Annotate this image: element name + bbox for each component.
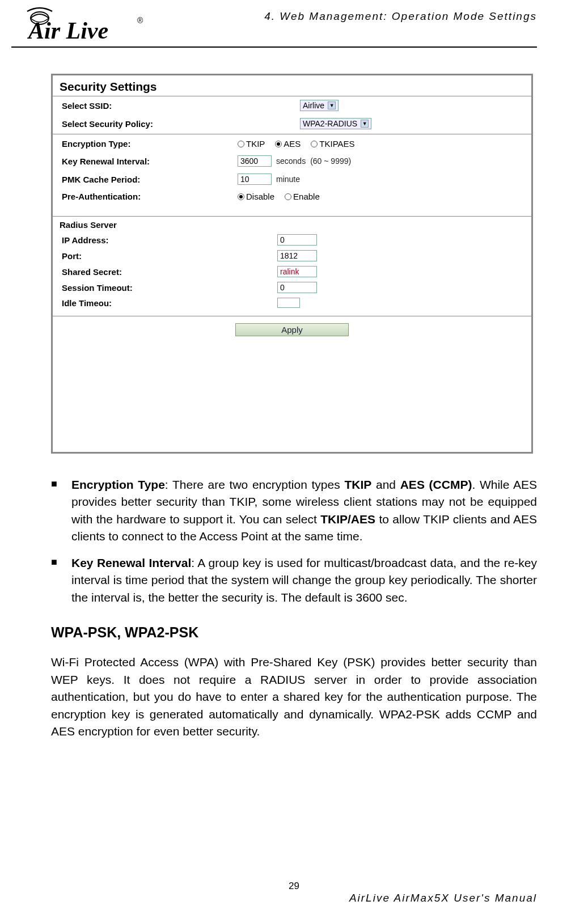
screenshot-title: Security Settings (53, 75, 531, 96)
apply-button[interactable]: Apply (235, 323, 349, 336)
radio-tkip[interactable] (238, 141, 244, 147)
radio-aes[interactable] (275, 141, 282, 147)
select-policy-label: Select Security Policy: (62, 119, 232, 129)
encryption-type-radios: TKIP AES TKIPAES (238, 139, 355, 149)
page-number: 29 (0, 881, 588, 892)
radius-secret-input[interactable]: ralink (277, 266, 317, 277)
select-policy-dropdown[interactable]: WPA2-RADIUS ▼ (300, 118, 371, 129)
key-renewal-range: (60 ~ 9999) (310, 156, 351, 166)
preauth-label: Pre-Authentication: (62, 192, 181, 201)
radius-idle-input[interactable] (277, 298, 300, 308)
chevron-down-icon: ▼ (361, 120, 369, 128)
pmk-cache-input[interactable]: 10 (238, 174, 272, 185)
wpa-psk-paragraph: Wi-Fi Protected Access (WPA) with Pre-Sh… (51, 654, 537, 740)
radius-ip-label: IP Address: (62, 235, 277, 245)
key-renewal-label: Key Renewal Interval: (62, 156, 181, 166)
select-ssid-label: Select SSID: (62, 101, 232, 111)
body-content: ■ Encryption Type: There are two encrypt… (51, 476, 537, 741)
pmk-cache-unit: minute (276, 175, 300, 184)
radius-session-label: Session Timeout: (62, 283, 277, 293)
radio-preauth-disable[interactable] (238, 193, 244, 200)
preauth-radios: Disable Enable (238, 192, 320, 201)
radius-port-input[interactable]: 1812 (277, 250, 317, 261)
bullet-key-renewal: ■ Key Renewal Interval: A group key is u… (51, 555, 537, 606)
radio-preauth-enable[interactable] (285, 193, 291, 200)
radius-ip-input[interactable]: 0 (277, 234, 317, 246)
security-settings-screenshot: Security Settings Select SSID: Airlive ▼… (51, 74, 533, 454)
radio-tkipaes[interactable] (311, 141, 318, 147)
bullet-icon: ■ (51, 555, 71, 606)
radius-session-input[interactable]: 0 (277, 282, 317, 293)
radius-port-label: Port: (62, 251, 277, 261)
radius-idle-label: Idle Timeou: (62, 298, 277, 308)
bullet-encryption-type: ■ Encryption Type: There are two encrypt… (51, 476, 537, 545)
airlive-logo: Air Live ® (11, 6, 147, 45)
footer-manual-title: AirLive AirMax5X User's Manual (349, 892, 537, 904)
radius-secret-label: Shared Secret: (62, 267, 277, 277)
encryption-type-label: Encryption Type: (62, 139, 181, 149)
section-heading-wpa-psk: WPA-PSK, WPA2-PSK (51, 622, 537, 642)
key-renewal-unit: seconds (276, 156, 306, 166)
header-divider (11, 46, 537, 48)
select-ssid-dropdown[interactable]: Airlive ▼ (300, 100, 339, 111)
bullet-icon: ■ (51, 476, 71, 545)
radius-server-header: Radius Server (53, 218, 531, 232)
chapter-header: 4. Web Management: Operation Mode Settin… (264, 10, 537, 23)
pmk-cache-label: PMK Cache Period: (62, 175, 181, 184)
chevron-down-icon: ▼ (328, 101, 336, 109)
key-renewal-input[interactable]: 3600 (238, 155, 272, 167)
logo-text: Air Live (28, 17, 108, 44)
